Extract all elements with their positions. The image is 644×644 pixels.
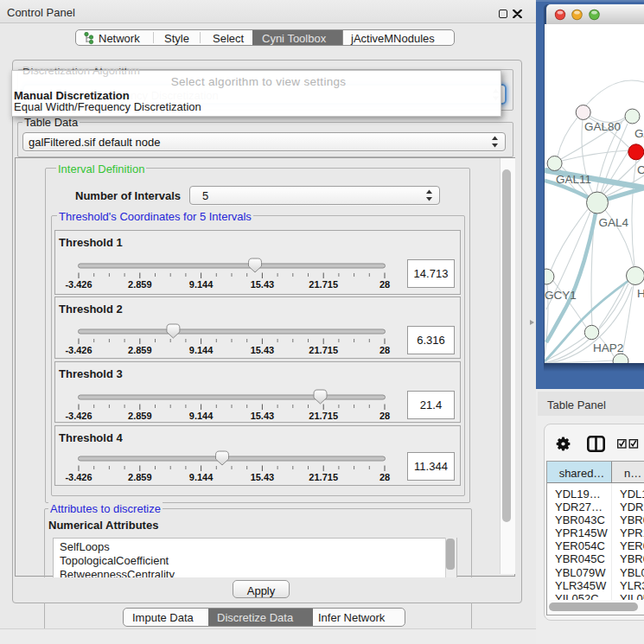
svg-text:GAL11: GAL11 (556, 173, 591, 186)
svg-text:GCY1: GCY1 (545, 289, 577, 302)
svg-text:28: 28 (379, 279, 390, 290)
svg-text:C: C (637, 163, 644, 176)
svg-text:21.715: 21.715 (309, 279, 338, 290)
svg-text:HAP2: HAP2 (593, 341, 623, 354)
svg-text:-3.426: -3.426 (65, 472, 92, 482)
svg-text:2.859: 2.859 (128, 345, 152, 355)
svg-text:9.144: 9.144 (189, 345, 214, 355)
svg-text:15.43: 15.43 (251, 279, 275, 290)
svg-text:H: H (637, 287, 644, 300)
svg-text:15.43: 15.43 (251, 345, 275, 355)
svg-text:15.43: 15.43 (251, 411, 275, 421)
svg-text:21.715: 21.715 (309, 411, 338, 421)
svg-text:21.715: 21.715 (309, 345, 338, 355)
svg-text:2.859: 2.859 (128, 279, 152, 290)
svg-text:-3.426: -3.426 (65, 345, 92, 355)
svg-text:2.859: 2.859 (128, 411, 152, 421)
svg-text:GAL4: GAL4 (599, 216, 629, 229)
svg-text:15.43: 15.43 (251, 472, 275, 482)
svg-text:GAL80: GAL80 (584, 120, 621, 133)
svg-text:28: 28 (379, 345, 390, 355)
svg-text:21.715: 21.715 (309, 472, 338, 482)
svg-text:9.144: 9.144 (189, 472, 214, 482)
svg-text:9.144: 9.144 (189, 279, 214, 290)
svg-text:28: 28 (379, 472, 390, 482)
svg-text:-3.426: -3.426 (65, 411, 92, 421)
svg-text:9.144: 9.144 (189, 411, 214, 421)
svg-text:2.859: 2.859 (128, 472, 152, 482)
svg-text:-3.426: -3.426 (65, 279, 92, 290)
svg-text:28: 28 (379, 411, 390, 421)
svg-text:GA: GA (634, 127, 644, 140)
